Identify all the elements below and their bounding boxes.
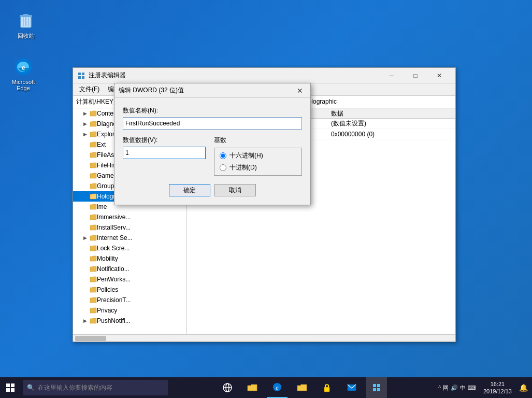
lock-taskbar-button[interactable] (317, 377, 337, 398)
folder-icon (90, 224, 97, 231)
value-name-input[interactable] (123, 117, 302, 130)
tree-item-privacy[interactable]: ▶ Privacy (73, 305, 186, 316)
tree-item-pushnotifi[interactable]: ▶ PushNotifi... (73, 316, 186, 326)
value-data-section: 数值数据(V): (123, 136, 206, 176)
svg-rect-30 (377, 388, 380, 391)
explorer-taskbar-button[interactable] (292, 377, 312, 398)
tree-label: Policies (97, 286, 118, 293)
tree-item-notificatio[interactable]: ▶ Notificatio... (73, 264, 186, 274)
registry-app-icon (77, 72, 85, 80)
svg-rect-18 (6, 388, 10, 392)
folder-icon (90, 182, 97, 190)
tree-item-lockscreen[interactable]: ▶ Lock Scre... (73, 243, 186, 253)
edge-label: Microsoft Edge (12, 79, 35, 91)
tree-item-immersive[interactable]: ▶ Immersive... (73, 212, 186, 222)
tree-label: Notificatio... (97, 265, 130, 273)
caret-up-icon[interactable]: ^ (438, 385, 441, 391)
dialog-titlebar: 编辑 DWORD (32 位)值 ✕ (114, 83, 310, 98)
tree-item-installserv[interactable]: ▶ InstallServ... (73, 222, 186, 233)
arrow-icon: ▶ (83, 111, 90, 116)
file-explorer-button[interactable] (242, 377, 263, 398)
chinese-input-icon[interactable]: 中 (460, 384, 466, 392)
clock-date: 2019/12/13 (483, 388, 512, 395)
value-data-input[interactable] (123, 147, 206, 159)
edge-icon[interactable]: e Microsoft Edge (5, 54, 41, 93)
svg-rect-5 (23, 14, 28, 16)
lock-icon (323, 383, 331, 392)
ok-button[interactable]: 确定 (169, 184, 210, 196)
registry-taskbar-button[interactable] (366, 377, 387, 398)
svg-rect-11 (82, 76, 84, 79)
menu-file[interactable]: 文件(F) (75, 84, 104, 95)
hex-radio[interactable] (220, 152, 226, 159)
tree-item-policies[interactable]: ▶ Policies (73, 285, 186, 295)
dec-radio[interactable] (220, 164, 226, 171)
window-controls: ─ □ ✕ (380, 68, 451, 83)
maximize-button[interactable]: □ (404, 68, 427, 83)
system-tray: ^ 网 🔊 中 ⌨ (436, 384, 478, 392)
folder-icon (90, 162, 97, 169)
value-name-label: 数值名称(N): (123, 106, 302, 115)
tree-item-penworks[interactable]: ▶ PenWorks... (73, 274, 186, 285)
task-view-button[interactable] (217, 377, 238, 398)
edge-taskbar-button[interactable]: e (267, 377, 287, 398)
tree-item-internetse[interactable]: ▶ Internet Se... (73, 233, 186, 243)
folder-icon (90, 203, 97, 210)
folder-icon (90, 286, 97, 293)
mail-taskbar-button[interactable] (341, 377, 362, 398)
tree-label: Privacy (97, 307, 117, 314)
value-name-section: 数值名称(N): (123, 106, 302, 130)
reg-data-cell: (数值未设置) (327, 119, 455, 128)
dec-radio-label[interactable]: 十进制(D) (220, 163, 296, 172)
notification-icon[interactable]: 🔔 (517, 383, 530, 392)
start-button[interactable] (0, 377, 21, 398)
network-icon[interactable]: 网 (443, 384, 449, 392)
taskbar-right: ^ 网 🔊 中 ⌨ 16:21 2019/12/13 🔔 (436, 380, 532, 395)
minimize-button[interactable]: ─ (380, 68, 404, 83)
close-button[interactable]: ✕ (427, 68, 451, 83)
folder-icon (90, 120, 97, 127)
svg-rect-28 (377, 384, 380, 387)
folder-icon (90, 131, 97, 138)
folder-icon (90, 317, 97, 324)
svg-rect-10 (78, 76, 81, 79)
folder-icon-selected (90, 193, 97, 200)
folder-icon (90, 255, 97, 262)
desktop: 回收站 e Microsoft Edge 注册表编 (0, 0, 532, 398)
hex-radio-label[interactable]: 十六进制(H) (220, 151, 296, 160)
edge-taskbar-icon: e (272, 382, 282, 392)
svg-rect-25 (324, 387, 329, 392)
base-label: 基数 (214, 136, 302, 145)
explorer-taskbar-icon (297, 383, 307, 392)
svg-text:e: e (22, 64, 25, 72)
recycle-bin-icon[interactable]: 回收站 (8, 8, 44, 42)
horizontal-scrollbar[interactable] (73, 334, 455, 342)
folder-icon (90, 265, 97, 273)
keyboard-icon[interactable]: ⌨ (468, 385, 476, 391)
dialog-buttons: 确定 取消 (123, 184, 302, 196)
value-data-label: 数值数据(V): (123, 136, 206, 145)
tree-label: Lock Scre... (97, 245, 130, 252)
base-radio-group: 十六进制(H) 十进制(D) (214, 148, 302, 176)
scrollbar-thumb[interactable] (75, 336, 106, 341)
folder-icon (90, 110, 97, 117)
dec-radio-text: 十进制(D) (229, 163, 257, 172)
dialog-close-button[interactable]: ✕ (294, 84, 306, 97)
taskbar-search[interactable]: 🔍 在这里输入你要搜索的内容 (23, 380, 168, 395)
cancel-button[interactable]: 取消 (214, 184, 256, 196)
recycle-bin-image (16, 10, 36, 31)
svg-rect-9 (82, 73, 84, 75)
clock-time: 16:21 (483, 380, 512, 388)
value-data-row: 数值数据(V): 基数 十六进制(H) 十进制(D) (123, 136, 302, 176)
svg-rect-27 (373, 384, 376, 387)
tree-item-mobility[interactable]: ▶ Mobility (73, 253, 186, 264)
folder-icon (90, 276, 97, 283)
tree-item-precisiont[interactable]: ▶ PrecisionT... (73, 295, 186, 305)
tree-label: PenWorks... (97, 276, 131, 283)
tree-label: Mobility (97, 255, 118, 262)
taskbar-clock[interactable]: 16:21 2019/12/13 (480, 380, 515, 395)
tree-label: ime (97, 203, 107, 210)
task-view-icon (223, 383, 232, 392)
volume-icon[interactable]: 🔊 (451, 385, 458, 391)
arrow-icon: ▶ (83, 121, 90, 126)
